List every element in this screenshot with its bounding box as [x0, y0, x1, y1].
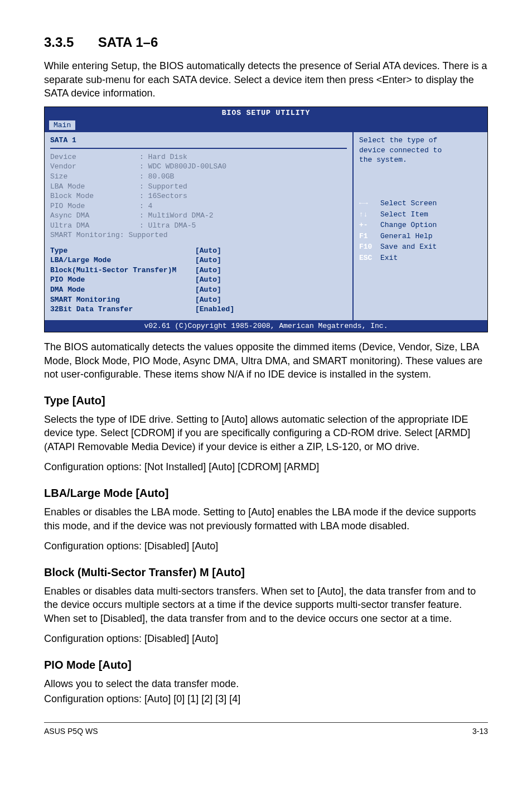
- footer-left: ASUS P5Q WS: [44, 726, 98, 737]
- block-heading: Block (Multi-Sector Transfer) M [Auto]: [44, 565, 488, 580]
- bios-header: BIOS SETUP UTILITY: [45, 107, 487, 119]
- section-heading: 3.3.5 SATA 1–6: [44, 33, 488, 51]
- bios-option-block[interactable]: Block(Multi-Sector Transfer)M[Auto]: [50, 265, 347, 276]
- bios-help-text: Select the type of device connected to t…: [359, 136, 482, 165]
- bios-tab-main[interactable]: Main: [49, 120, 75, 131]
- section-title: SATA 1–6: [98, 35, 158, 50]
- lba-p2: Configuration options: [Disabled] [Auto]: [44, 539, 488, 553]
- pio-p2: Configuration options: [Auto] [0] [1] [2…: [44, 692, 488, 706]
- bios-info-block: Device: Hard Disk Vendor: WDC WD800JD-00…: [50, 152, 347, 240]
- footer-rule: [44, 722, 488, 723]
- type-p2: Configuration options: [Not Installed] […: [44, 460, 488, 474]
- bios-option-32bit[interactable]: 32Bit Data Transfer[Enabled]: [50, 305, 347, 315]
- pio-heading: PIO Mode [Auto]: [44, 658, 488, 673]
- block-p2: Configuration options: [Disabled] [Auto]: [44, 632, 488, 645]
- bios-option-pio[interactable]: PIO Mode[Auto]: [50, 275, 347, 285]
- type-p1: Selects the type of IDE drive. Setting t…: [44, 413, 488, 453]
- bios-nav-legend: ←→Select Screen ↑↓Select Item +-Change O…: [359, 199, 482, 263]
- after-bios-paragraph: The BIOS automatically detects the value…: [44, 340, 488, 381]
- footer-right: 3-13: [472, 726, 488, 737]
- bios-screenshot: BIOS SETUP UTILITY Main SATA 1 Device: H…: [44, 107, 488, 332]
- pio-p1: Allows you to select the data transfer m…: [44, 677, 488, 690]
- block-p1: Enables or disables data multi-sectors t…: [44, 584, 488, 625]
- lba-p1: Enables or disables the LBA mode. Settin…: [44, 505, 488, 533]
- type-heading: Type [Auto]: [44, 393, 488, 408]
- bios-option-lba[interactable]: LBA/Large Mode[Auto]: [50, 255, 347, 265]
- bios-panel-title: SATA 1: [50, 136, 347, 149]
- bios-copyright: v02.61 (C)Copyright 1985-2008, American …: [45, 320, 487, 332]
- bios-option-type[interactable]: Type[Auto]: [50, 246, 347, 256]
- section-number: 3.3.5: [44, 33, 94, 51]
- lba-heading: LBA/Large Mode [Auto]: [44, 486, 488, 501]
- bios-options-block: Type[Auto] LBA/Large Mode[Auto] Block(Mu…: [50, 246, 347, 315]
- footer: ASUS P5Q WS 3-13: [44, 726, 488, 737]
- intro-paragraph: While entering Setup, the BIOS automatic…: [44, 59, 488, 100]
- bios-option-smart[interactable]: SMART Monitoring[Auto]: [50, 295, 347, 305]
- bios-tab-row: Main: [45, 119, 487, 133]
- bios-right-panel: Select the type of device connected to t…: [354, 132, 487, 320]
- bios-option-dma[interactable]: DMA Mode[Auto]: [50, 285, 347, 295]
- bios-left-panel: SATA 1 Device: Hard Disk Vendor: WDC WD8…: [45, 132, 354, 320]
